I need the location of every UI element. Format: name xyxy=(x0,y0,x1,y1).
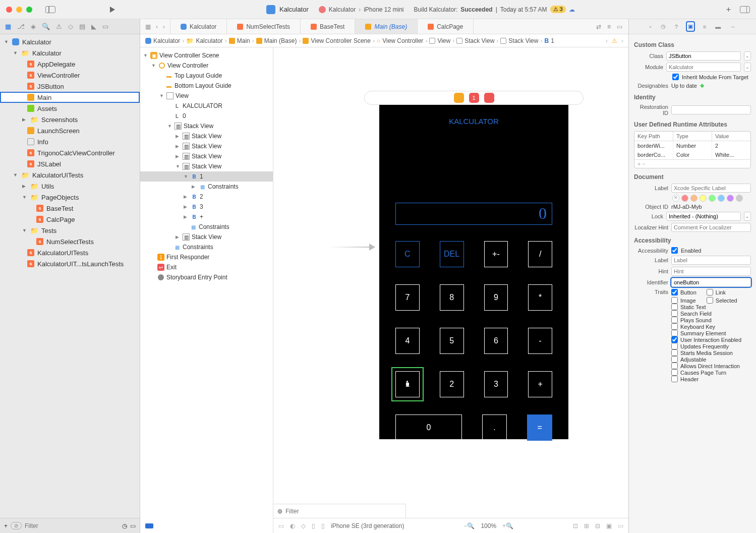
localizer-field[interactable] xyxy=(671,223,751,232)
tree-info[interactable]: Info xyxy=(0,136,140,147)
outline-label-kalc[interactable]: LKALCULATOR xyxy=(140,101,273,111)
debug-nav-icon[interactable]: ▤ xyxy=(79,23,85,30)
outline-stackview[interactable]: ▶▥Stack View xyxy=(140,131,273,141)
trait-selected-checkbox[interactable] xyxy=(707,297,713,304)
tree-viewcontroller[interactable]: sViewController xyxy=(0,70,140,81)
tab-basetest[interactable]: BaseTest xyxy=(301,19,355,34)
symbol-nav-icon[interactable]: ◈ xyxy=(31,23,36,30)
identity-inspector-icon[interactable]: ▣ xyxy=(687,22,694,31)
doc-label-field[interactable] xyxy=(671,184,751,193)
calc-plusminus-button[interactable]: +- xyxy=(484,241,508,267)
acc-identifier-field[interactable] xyxy=(671,278,751,287)
trait-direct-checkbox[interactable] xyxy=(671,363,678,369)
outline-toggle-icon[interactable]: ▭ xyxy=(278,522,284,529)
calc-c-button[interactable]: C xyxy=(395,241,420,267)
pin-icon[interactable]: ⊞ xyxy=(584,522,589,529)
trait-user-interaction-checkbox[interactable] xyxy=(671,336,678,343)
outline-first-responder[interactable]: 1First Responder xyxy=(140,252,273,262)
zoom-in-icon[interactable]: +🔍 xyxy=(502,522,513,529)
calc-dot-button[interactable]: . xyxy=(482,414,507,441)
crumb[interactable]: View xyxy=(437,37,450,44)
crumb[interactable]: 1 xyxy=(551,37,554,44)
zoom-out-icon[interactable]: −🔍 xyxy=(463,522,475,529)
outline-button-3[interactable]: ▶B3 xyxy=(140,202,273,212)
outline-stackview[interactable]: ▶▥Stack View xyxy=(140,151,273,161)
calc-multiply-button[interactable]: * xyxy=(528,284,552,311)
tree-jslabel[interactable]: sJSLabel xyxy=(0,158,140,169)
size-inspector-icon[interactable]: ▬ xyxy=(715,24,721,30)
filter-scope-pill[interactable]: ⊘ xyxy=(11,522,22,529)
forward-button[interactable]: › xyxy=(163,23,165,30)
udra-type-header[interactable]: Type xyxy=(673,132,712,141)
outline-label-zero[interactable]: L0 xyxy=(140,111,273,121)
warning-icon[interactable]: ⚠ xyxy=(612,37,617,44)
scene-dock[interactable]: 1 xyxy=(364,91,584,105)
tree-pageobjects[interactable]: ▼📁PageObjects xyxy=(0,192,140,203)
tree-uitests-group[interactable]: ▼📁KalculatorUITests xyxy=(0,169,140,181)
scheme-selector[interactable]: Kalculator › iPhone 12 mini xyxy=(319,6,404,13)
run-button[interactable] xyxy=(110,7,115,13)
calc-6-button[interactable]: 6 xyxy=(484,328,508,354)
breakpoint-nav-icon[interactable]: ◣ xyxy=(91,23,96,30)
tree-launchtests[interactable]: sKalculatorUIT...tsLaunchTests xyxy=(0,258,140,269)
embed-icon[interactable]: ▣ xyxy=(606,522,612,529)
trait-media-checkbox[interactable] xyxy=(671,349,678,356)
accessibility-enabled-checkbox[interactable] xyxy=(671,247,678,254)
align-icon[interactable]: ⊡ xyxy=(573,522,578,529)
adjust-icon[interactable]: ≡ xyxy=(607,23,611,30)
tree-basetest[interactable]: sBaseTest xyxy=(0,203,140,214)
connections-inspector-icon[interactable]: → xyxy=(730,24,735,30)
acc-label-field[interactable] xyxy=(671,256,751,265)
acc-hint-field[interactable] xyxy=(671,267,751,276)
minimize-button[interactable] xyxy=(16,7,22,13)
source-control-icon[interactable]: ⎇ xyxy=(17,23,25,30)
restoration-id-field[interactable] xyxy=(671,105,751,114)
right-sidebar-toggle-icon[interactable] xyxy=(740,6,750,13)
tree-assets[interactable]: Assets xyxy=(0,103,140,114)
calc-equals-button[interactable]: = xyxy=(527,414,552,441)
udra-keypath-header[interactable]: Key Path xyxy=(634,132,673,141)
outline-constraints[interactable]: ▦Constraints xyxy=(140,242,273,252)
outline-constraints[interactable]: ▦Constraints xyxy=(140,222,273,232)
editor-options-icon[interactable]: ⇄ xyxy=(596,23,601,30)
outline-stackview[interactable]: ▶▥Stack View xyxy=(140,141,273,151)
crumb[interactable]: View Controller Scene xyxy=(311,37,371,44)
calc-0-button[interactable]: 0 xyxy=(395,414,462,441)
add-tab-button[interactable]: + xyxy=(726,5,731,14)
device-icon[interactable]: ▯ xyxy=(321,522,325,529)
add-attr-button[interactable]: + xyxy=(637,161,641,167)
outline-stackview[interactable]: ▶▥Stack View xyxy=(140,232,273,242)
tree-jsbutton[interactable]: sJSButton xyxy=(0,81,140,92)
calc-9-button[interactable]: 9 xyxy=(484,284,508,311)
calc-8-button[interactable]: 8 xyxy=(440,284,464,311)
cloud-icon[interactable]: ☁ xyxy=(569,6,575,13)
calc-7-button[interactable]: 7 xyxy=(395,284,420,311)
attributes-inspector-icon[interactable]: ≡ xyxy=(703,24,706,30)
crumb[interactable]: Kalculator xyxy=(153,37,180,44)
green-pill[interactable] xyxy=(709,195,716,202)
layout-icon[interactable]: ◇ xyxy=(301,522,306,529)
udra-row[interactable]: borderCo... Color White... xyxy=(634,150,750,159)
history-inspector-icon[interactable]: ◷ xyxy=(661,23,666,30)
trait-page-turn-checkbox[interactable] xyxy=(671,369,678,376)
class-dropdown-icon[interactable]: ⌄ xyxy=(744,51,751,61)
tree-main[interactable]: Main xyxy=(0,92,140,103)
udra-row[interactable]: borderWi... Number 2 xyxy=(634,141,750,150)
zoom-level[interactable]: 100% xyxy=(481,522,496,529)
resolve-icon[interactable]: ⊟ xyxy=(595,522,600,529)
crumb[interactable]: Kalculator xyxy=(196,37,222,44)
trait-header-checkbox[interactable] xyxy=(671,376,678,382)
trait-button-checkbox[interactable] xyxy=(671,289,678,295)
scm-filter-icon[interactable]: ▭ xyxy=(130,522,136,529)
calc-1-button[interactable]: 1 xyxy=(395,371,420,397)
entry-point-arrow[interactable] xyxy=(329,247,374,248)
left-sidebar-toggle-icon[interactable] xyxy=(45,6,55,13)
inherit-module-checkbox[interactable] xyxy=(672,74,679,80)
tree-screenshots[interactable]: ▶📁Screenshots xyxy=(0,114,140,125)
calc-4-button[interactable]: 4 xyxy=(395,328,420,354)
first-responder-dock-icon[interactable]: 1 xyxy=(469,93,479,103)
split-editor-icon[interactable]: ▭ xyxy=(617,23,622,30)
calc-del-button[interactable]: DEL xyxy=(440,241,464,267)
tab-main[interactable]: Main (Base) xyxy=(355,19,418,34)
crumb[interactable]: Stack View xyxy=(464,37,494,44)
